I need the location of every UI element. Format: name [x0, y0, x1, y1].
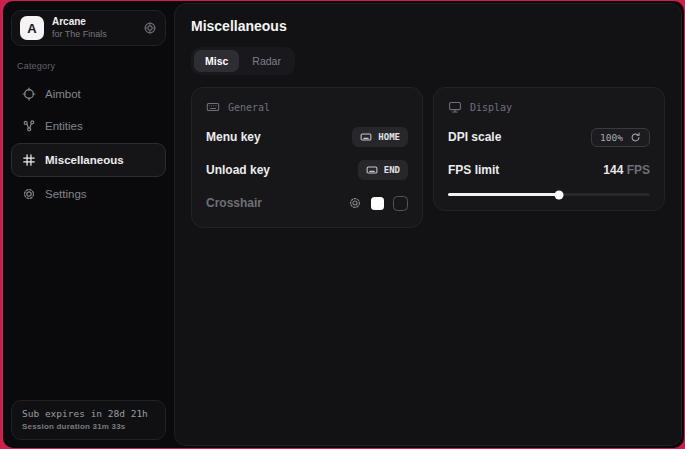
general-card: General Menu key HOME — [191, 87, 423, 228]
fps-slider-fill — [448, 193, 559, 196]
sidebar-item-settings[interactable]: Settings — [11, 179, 166, 209]
unload-key-bind-button[interactable]: END — [358, 160, 408, 180]
app-window: A Arcane for The Finals Category — [3, 1, 684, 448]
entities-icon — [22, 119, 36, 133]
fps-limit-value: 144 FPS — [603, 163, 650, 177]
monitor-icon — [448, 100, 462, 114]
session-duration-text: Session duration 31m 33s — [22, 422, 155, 431]
fps-limit-slider[interactable] — [448, 193, 650, 196]
menu-key-row: Menu key HOME — [206, 127, 408, 147]
display-card: Display DPI scale 100% — [433, 87, 665, 211]
dpi-scale-value: 100% — [600, 132, 623, 143]
sidebar-item-label: Entities — [45, 120, 83, 132]
crosshair-toggle-checkbox[interactable] — [393, 196, 408, 211]
sidebar-item-label: Settings — [45, 188, 87, 200]
crosshair-controls — [348, 196, 408, 211]
dpi-scale-row: DPI scale 100% — [448, 127, 650, 147]
crosshair-settings-gear-icon[interactable] — [348, 196, 362, 210]
unload-key-row: Unload key END — [206, 160, 408, 180]
general-card-header: General — [206, 100, 408, 114]
keyboard-icon — [366, 164, 378, 176]
crosshair-color-swatch[interactable] — [371, 197, 384, 210]
sidebar-item-label: Aimbot — [45, 88, 81, 100]
app-name: Arcane — [52, 16, 107, 29]
display-card-header: Display — [448, 100, 650, 114]
app-meta: Arcane for The Finals — [52, 16, 107, 40]
app-tagline: for The Finals — [52, 29, 107, 40]
crosshair-row: Crosshair — [206, 193, 408, 213]
dpi-scale-selector[interactable]: 100% — [591, 128, 650, 147]
refresh-icon[interactable] — [143, 21, 157, 35]
keyboard-icon — [206, 100, 220, 114]
gear-icon — [22, 187, 36, 201]
cycle-refresh-icon — [630, 132, 641, 143]
subscription-info: Sub expires in 28d 21h Session duration … — [11, 400, 166, 440]
sidebar: A Arcane for The Finals Category — [3, 1, 174, 448]
sidebar-item-entities[interactable]: Entities — [11, 111, 166, 141]
menu-key-value: HOME — [378, 132, 400, 142]
fps-limit-row: FPS limit 144 FPS — [448, 160, 650, 180]
display-card-title: Display — [470, 102, 512, 113]
menu-key-bind-button[interactable]: HOME — [352, 127, 408, 147]
crosshair-icon — [22, 87, 36, 101]
fps-limit-label: FPS limit — [448, 163, 499, 177]
sidebar-item-label: Miscellaneous — [45, 154, 124, 166]
tab-misc[interactable]: Misc — [194, 50, 239, 72]
tabbar: Misc Radar — [191, 47, 295, 75]
account-card: A Arcane for The Finals — [11, 10, 166, 46]
sidebar-item-aimbot[interactable]: Aimbot — [11, 79, 166, 109]
crosshair-label: Crosshair — [206, 196, 262, 210]
keyboard-icon — [360, 131, 372, 143]
page-title: Miscellaneous — [191, 18, 665, 34]
main-panel: Miscellaneous Misc Radar General — [174, 3, 682, 446]
sub-expiry-text: Sub expires in 28d 21h — [22, 408, 155, 419]
fps-unit: FPS — [627, 163, 650, 177]
grid-icon — [22, 153, 36, 167]
general-card-title: General — [228, 102, 270, 113]
fps-number: 144 — [603, 163, 623, 177]
menu-key-label: Menu key — [206, 130, 261, 144]
unload-key-label: Unload key — [206, 163, 270, 177]
tab-radar[interactable]: Radar — [241, 50, 292, 72]
sidebar-item-miscellaneous[interactable]: Miscellaneous — [11, 143, 166, 177]
unload-key-value: END — [384, 165, 400, 175]
category-label: Category — [17, 61, 160, 71]
avatar: A — [20, 16, 44, 40]
fps-slider-thumb[interactable] — [555, 190, 564, 199]
cards-row: General Menu key HOME — [191, 87, 665, 228]
dpi-scale-label: DPI scale — [448, 130, 501, 144]
